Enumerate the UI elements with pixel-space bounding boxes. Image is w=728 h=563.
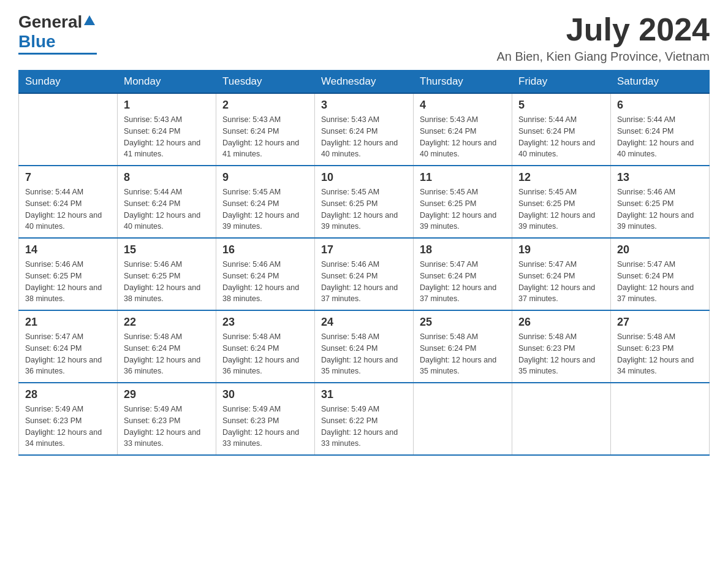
day-info: Sunrise: 5:46 AMSunset: 6:24 PMDaylight:… [222,259,308,305]
calendar-cell: 13Sunrise: 5:46 AMSunset: 6:25 PMDayligh… [611,166,710,238]
calendar-cell: 16Sunrise: 5:46 AMSunset: 6:24 PMDayligh… [216,238,315,310]
calendar-cell: 6Sunrise: 5:44 AMSunset: 6:24 PMDaylight… [611,93,710,166]
day-number: 20 [617,243,703,256]
day-info: Sunrise: 5:46 AMSunset: 6:25 PMDaylight:… [124,259,210,305]
day-info: Sunrise: 5:43 AMSunset: 6:24 PMDaylight:… [124,114,210,160]
calendar-cell: 31Sunrise: 5:49 AMSunset: 6:22 PMDayligh… [315,383,414,455]
calendar-cell: 7Sunrise: 5:44 AMSunset: 6:24 PMDaylight… [19,166,118,238]
calendar-cell: 30Sunrise: 5:49 AMSunset: 6:23 PMDayligh… [216,383,315,455]
weekday-header-tuesday: Tuesday [216,71,315,94]
calendar-cell: 25Sunrise: 5:48 AMSunset: 6:24 PMDayligh… [414,310,512,383]
day-info: Sunrise: 5:45 AMSunset: 6:24 PMDaylight:… [222,186,308,232]
day-number: 30 [222,388,308,401]
day-info: Sunrise: 5:43 AMSunset: 6:24 PMDaylight:… [222,114,308,160]
page-header: General Blue July 2024 An Bien, Kien Gia… [18,12,710,64]
week-row-1: 1Sunrise: 5:43 AMSunset: 6:24 PMDaylight… [19,93,710,166]
location: An Bien, Kien Giang Province, Vietnam [496,50,710,64]
day-info: Sunrise: 5:46 AMSunset: 6:25 PMDaylight:… [617,186,703,232]
weekday-header-sunday: Sunday [19,71,118,94]
calendar-cell: 27Sunrise: 5:48 AMSunset: 6:23 PMDayligh… [611,310,710,383]
day-number: 2 [222,99,308,112]
day-info: Sunrise: 5:43 AMSunset: 6:24 PMDaylight:… [321,114,407,160]
day-info: Sunrise: 5:45 AMSunset: 6:25 PMDaylight:… [518,186,604,232]
calendar-cell: 12Sunrise: 5:45 AMSunset: 6:25 PMDayligh… [512,166,611,238]
day-number: 12 [518,171,604,184]
calendar-cell: 9Sunrise: 5:45 AMSunset: 6:24 PMDaylight… [216,166,315,238]
day-number: 4 [420,99,506,112]
day-number: 21 [25,316,111,329]
calendar-cell: 24Sunrise: 5:48 AMSunset: 6:24 PMDayligh… [315,310,414,383]
day-info: Sunrise: 5:47 AMSunset: 6:24 PMDaylight:… [518,259,604,305]
day-info: Sunrise: 5:47 AMSunset: 6:24 PMDaylight:… [420,259,506,305]
calendar-cell: 4Sunrise: 5:43 AMSunset: 6:24 PMDaylight… [414,93,512,166]
calendar-cell: 21Sunrise: 5:47 AMSunset: 6:24 PMDayligh… [19,310,118,383]
day-number: 5 [518,99,604,112]
day-info: Sunrise: 5:48 AMSunset: 6:24 PMDaylight:… [222,331,308,377]
logo-triangle-icon [83,14,96,28]
day-info: Sunrise: 5:49 AMSunset: 6:22 PMDaylight:… [321,404,407,450]
week-row-4: 21Sunrise: 5:47 AMSunset: 6:24 PMDayligh… [19,310,710,383]
day-number: 29 [124,388,210,401]
day-number: 28 [25,388,111,401]
day-info: Sunrise: 5:48 AMSunset: 6:24 PMDaylight:… [321,331,407,377]
day-info: Sunrise: 5:48 AMSunset: 6:24 PMDaylight:… [124,331,210,377]
day-info: Sunrise: 5:47 AMSunset: 6:24 PMDaylight:… [617,259,703,305]
calendar-table: SundayMondayTuesdayWednesdayThursdayFrid… [18,70,710,456]
calendar-cell: 19Sunrise: 5:47 AMSunset: 6:24 PMDayligh… [512,238,611,310]
day-info: Sunrise: 5:48 AMSunset: 6:24 PMDaylight:… [420,331,506,377]
day-number: 25 [420,316,506,329]
week-row-2: 7Sunrise: 5:44 AMSunset: 6:24 PMDaylight… [19,166,710,238]
day-info: Sunrise: 5:47 AMSunset: 6:24 PMDaylight:… [25,331,111,377]
logo-underline [18,53,97,55]
calendar-cell: 17Sunrise: 5:46 AMSunset: 6:24 PMDayligh… [315,238,414,310]
day-info: Sunrise: 5:45 AMSunset: 6:25 PMDaylight:… [321,186,407,232]
week-row-3: 14Sunrise: 5:46 AMSunset: 6:25 PMDayligh… [19,238,710,310]
day-info: Sunrise: 5:44 AMSunset: 6:24 PMDaylight:… [518,114,604,160]
weekday-header-wednesday: Wednesday [315,71,414,94]
logo-blue-text: Blue [18,32,56,52]
day-number: 31 [321,388,407,401]
day-info: Sunrise: 5:44 AMSunset: 6:24 PMDaylight:… [617,114,703,160]
day-info: Sunrise: 5:48 AMSunset: 6:23 PMDaylight:… [617,331,703,377]
day-number: 8 [124,171,210,184]
weekday-header-friday: Friday [512,71,611,94]
day-number: 27 [617,316,703,329]
calendar-cell: 11Sunrise: 5:45 AMSunset: 6:25 PMDayligh… [414,166,512,238]
day-number: 14 [25,243,111,256]
day-info: Sunrise: 5:48 AMSunset: 6:23 PMDaylight:… [518,331,604,377]
calendar-cell [19,93,118,166]
calendar-cell: 18Sunrise: 5:47 AMSunset: 6:24 PMDayligh… [414,238,512,310]
day-info: Sunrise: 5:43 AMSunset: 6:24 PMDaylight:… [420,114,506,160]
day-number: 13 [617,171,703,184]
calendar-cell: 29Sunrise: 5:49 AMSunset: 6:23 PMDayligh… [118,383,216,455]
day-number: 22 [124,316,210,329]
day-info: Sunrise: 5:46 AMSunset: 6:24 PMDaylight:… [321,259,407,305]
calendar-cell: 8Sunrise: 5:44 AMSunset: 6:24 PMDaylight… [118,166,216,238]
calendar-cell [414,383,512,455]
day-number: 9 [222,171,308,184]
calendar-cell: 20Sunrise: 5:47 AMSunset: 6:24 PMDayligh… [611,238,710,310]
day-number: 15 [124,243,210,256]
calendar-cell: 1Sunrise: 5:43 AMSunset: 6:24 PMDaylight… [118,93,216,166]
day-info: Sunrise: 5:44 AMSunset: 6:24 PMDaylight:… [124,186,210,232]
day-info: Sunrise: 5:44 AMSunset: 6:24 PMDaylight:… [25,186,111,232]
weekday-header-saturday: Saturday [611,71,710,94]
day-number: 18 [420,243,506,256]
calendar-cell [512,383,611,455]
calendar-cell: 22Sunrise: 5:48 AMSunset: 6:24 PMDayligh… [118,310,216,383]
calendar-cell: 23Sunrise: 5:48 AMSunset: 6:24 PMDayligh… [216,310,315,383]
calendar-cell: 10Sunrise: 5:45 AMSunset: 6:25 PMDayligh… [315,166,414,238]
calendar-cell [611,383,710,455]
calendar-cell: 5Sunrise: 5:44 AMSunset: 6:24 PMDaylight… [512,93,611,166]
month-title: July 2024 [496,12,710,47]
logo-general-text: General [18,12,82,32]
day-number: 1 [124,99,210,112]
day-info: Sunrise: 5:45 AMSunset: 6:25 PMDaylight:… [420,186,506,232]
day-number: 7 [25,171,111,184]
day-info: Sunrise: 5:49 AMSunset: 6:23 PMDaylight:… [222,404,308,450]
weekday-header-monday: Monday [118,71,216,94]
calendar-cell: 2Sunrise: 5:43 AMSunset: 6:24 PMDaylight… [216,93,315,166]
day-number: 17 [321,243,407,256]
day-number: 11 [420,171,506,184]
logo: General Blue [18,12,97,55]
